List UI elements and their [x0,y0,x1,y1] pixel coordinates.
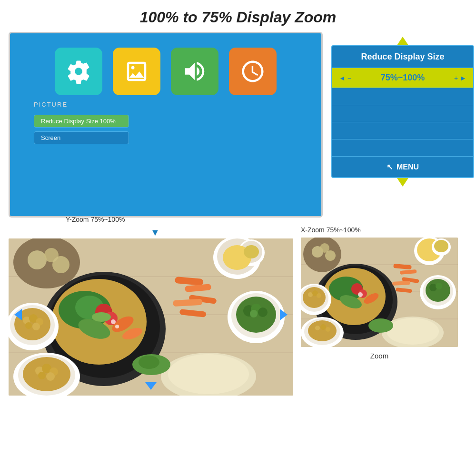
svg-point-5 [13,238,80,288]
settings-icon-box[interactable] [55,48,102,95]
svg-point-14 [244,245,259,258]
menu-icon: ↖ [387,162,393,171]
svg-point-57 [168,354,249,394]
svg-point-35 [32,323,40,330]
arrow-down-icon [397,178,408,187]
panel-menu-row[interactable]: ↖ MENU [332,156,473,177]
picture-icon [124,59,149,84]
svg-point-99 [436,283,442,289]
picture-label: PICTURE [34,101,68,108]
panel-right-arrow-icon[interactable]: + ► [454,74,466,82]
svg-point-97 [426,279,450,302]
bottom-section: Y-Zoom 75%~100% ▼ [0,221,476,396]
svg-point-103 [315,326,320,330]
panel-value: 75%~100% [381,73,425,83]
svg-point-102 [308,320,337,341]
food-svg-small [301,238,458,347]
svg-point-54 [38,372,46,379]
tv-screen: PICTURE Reduce Display Size 100% Screen [9,32,323,218]
svg-point-8 [52,256,69,273]
panel-value-row[interactable]: ◄ − 75%~100% + ► [332,68,473,88]
bottom-right: X-Zoom 75%~100% [301,226,458,396]
audio-icon-box[interactable] [171,48,218,95]
page-title: 100% to 75% Display Zoom [0,0,476,32]
audio-icon [182,59,208,84]
svg-point-105 [326,327,330,332]
screen-menu-item[interactable]: Screen [34,131,129,144]
panel-empty-row-1 [332,88,473,105]
icon-row [55,48,277,95]
top-section: PICTURE Reduce Display Size 100% Screen … [0,32,476,218]
panel-header: Reduce Display Size [332,46,473,68]
zoom-label: Zoom [370,352,388,360]
bottom-left: Y-Zoom 75%~100% ▼ [9,226,294,396]
svg-point-46 [258,307,268,317]
food-image-large [9,238,293,396]
svg-point-104 [320,324,326,330]
panel-box: Reduce Display Size ◄ − 75%~100% + ► ↖ M… [331,45,474,178]
picture-icon-box[interactable] [113,48,160,95]
panel-empty-row-4 [332,139,473,156]
svg-point-87 [308,292,313,297]
svg-point-47 [250,310,258,317]
menu-label: MENU [397,163,419,171]
menu-items: Reduce Display Size 100% Screen [34,115,129,144]
svg-point-34 [25,322,32,329]
svg-point-107 [387,318,439,345]
food-image-small [301,238,458,347]
svg-point-70 [325,250,336,261]
svg-point-55 [46,372,55,381]
svg-point-59 [139,356,159,369]
time-icon-box[interactable] [229,48,277,95]
reduce-display-menu-item[interactable]: Reduce Display Size 100% [34,115,129,128]
panel-left-arrow-icon[interactable]: ◄ − [339,74,351,82]
svg-point-50 [23,357,70,391]
svg-point-0 [131,66,135,69]
panel-empty-row-3 [332,122,473,139]
svg-point-25 [92,312,111,322]
y-zoom-arrow-icon: ▼ [150,227,160,238]
clock-icon [240,59,266,84]
svg-point-27 [115,325,119,328]
svg-point-74 [434,240,448,252]
svg-point-6 [28,250,47,269]
svg-point-83 [358,292,363,297]
arrow-up-icon [397,37,408,45]
x-zoom-label: X-Zoom 75%~100% [301,226,361,234]
settings-icon [66,59,91,84]
svg-point-89 [317,293,321,298]
right-panel: Reduce Display Size ◄ − 75%~100% + ► ↖ M… [331,37,474,218]
y-zoom-label: Y-Zoom 75%~100% [66,216,125,223]
panel-empty-row-2 [332,105,473,122]
svg-point-26 [111,319,116,324]
food-svg-large [9,238,293,396]
svg-point-108 [368,318,393,333]
svg-point-86 [303,287,326,308]
